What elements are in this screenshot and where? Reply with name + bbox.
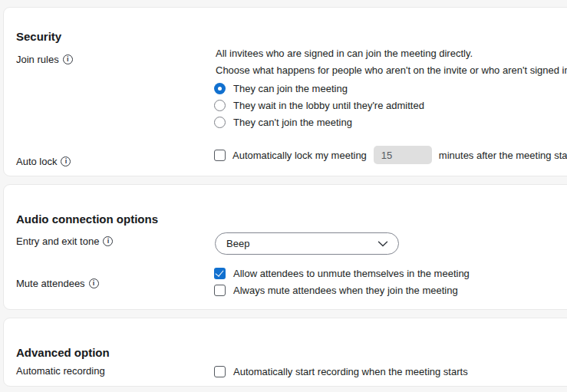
checkbox-option-label: Allow attendees to unmute themselves in …	[233, 268, 470, 279]
radio-option-label: They can join the meeting	[233, 83, 348, 94]
advanced-option-section: Advanced option Automatic recording Auto…	[3, 318, 567, 387]
automatic-recording-label-row: Automatic recording	[16, 365, 105, 377]
auto-lock-label: Auto lock	[16, 156, 57, 167]
info-icon[interactable]: i	[61, 156, 71, 166]
mute-attendees-label-row: Mute attendees i	[16, 278, 99, 289]
entry-exit-tone-select[interactable]: Beep	[215, 232, 399, 255]
auto-lock-setting-row: Automatically lock my meeting minutes af…	[214, 146, 567, 164]
security-section-title: Security	[16, 30, 61, 43]
mute-attendees-checkbox-group: Allow attendees to unmute themselves in …	[214, 265, 470, 298]
entry-exit-tone-label-row: Entry and exit tone i	[16, 236, 113, 247]
entry-exit-tone-selected-value: Beep	[226, 238, 249, 249]
radio-unselected-icon[interactable]	[214, 100, 226, 111]
radio-option-label: They can't join the meeting	[233, 117, 352, 128]
radio-option-wait-lobby[interactable]: They wait in the lobby until they're adm…	[214, 97, 424, 114]
radio-option-can-join[interactable]: They can join the meeting	[214, 80, 424, 97]
mute-attendees-label: Mute attendees	[16, 278, 85, 289]
security-section: Security Join rules i All invitees who a…	[3, 7, 567, 176]
join-rules-description-2: Choose what happens for people who aren'…	[216, 64, 567, 76]
auto-lock-label-row: Auto lock i	[16, 156, 71, 167]
settings-page: Security Join rules i All invitees who a…	[0, 0, 567, 392]
info-icon[interactable]: i	[63, 54, 73, 64]
join-rules-description-1: All invitees who are signed in can join …	[216, 48, 473, 59]
auto-lock-checkbox[interactable]	[214, 150, 226, 161]
info-icon[interactable]: i	[103, 236, 113, 246]
checkbox-option-allow-unmute[interactable]: Allow attendees to unmute themselves in …	[214, 265, 470, 282]
radio-selected-icon[interactable]	[214, 83, 226, 94]
join-rules-radio-group: They can join the meeting They wait in t…	[214, 80, 424, 130]
checkbox-option-label: Always mute attendees when they join the…	[233, 285, 458, 296]
audio-section-title: Audio connection options	[16, 212, 158, 226]
join-rules-label: Join rules	[16, 54, 59, 65]
checkbox-checked-icon[interactable]	[214, 268, 226, 279]
audio-connection-section: Audio connection options Entry and exit …	[3, 184, 567, 310]
radio-option-label: They wait in the lobby until they're adm…	[233, 100, 424, 111]
checkbox-unchecked-icon[interactable]	[214, 285, 226, 296]
checkbox-unchecked-icon[interactable]	[214, 366, 226, 377]
auto-lock-text-before: Automatically lock my meeting	[232, 150, 367, 161]
automatic-recording-label: Automatic recording	[16, 365, 105, 377]
auto-lock-text-after: minutes after the meeting starts.	[439, 150, 567, 161]
join-rules-label-row: Join rules i	[16, 54, 73, 65]
checkbox-option-label: Automatically start recording when the m…	[233, 366, 468, 377]
info-icon[interactable]: i	[89, 278, 99, 288]
checkbox-option-auto-recording[interactable]: Automatically start recording when the m…	[214, 363, 468, 380]
chevron-down-icon	[377, 241, 388, 247]
entry-exit-tone-label: Entry and exit tone	[16, 236, 99, 247]
radio-option-cant-join[interactable]: They can't join the meeting	[214, 114, 424, 130]
auto-lock-minutes-input[interactable]	[374, 146, 432, 164]
advanced-section-title: Advanced option	[16, 346, 110, 359]
automatic-recording-checkbox-group: Automatically start recording when the m…	[214, 363, 468, 380]
radio-unselected-icon[interactable]	[214, 117, 226, 128]
checkbox-option-always-mute[interactable]: Always mute attendees when they join the…	[214, 282, 470, 298]
